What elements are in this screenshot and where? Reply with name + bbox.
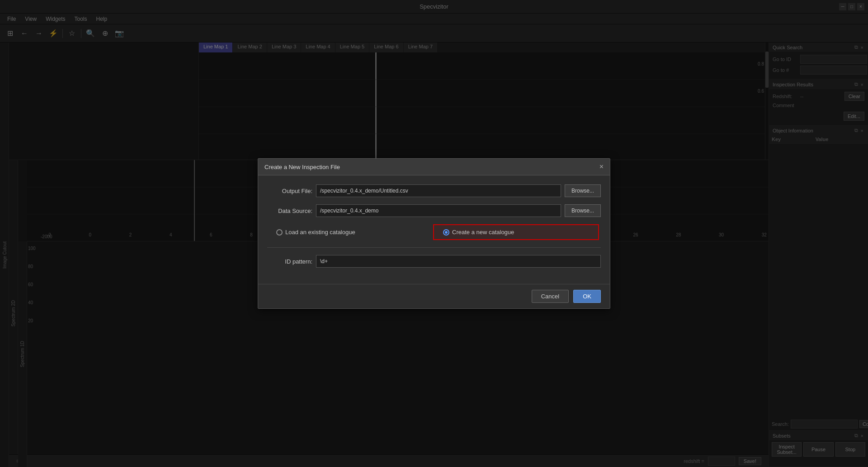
cancel-button[interactable]: Cancel: [532, 290, 569, 303]
modal-header: Create a New Inspection File ×: [258, 159, 610, 175]
radio-circle-existing: [276, 229, 283, 236]
output-file-input[interactable]: [316, 184, 561, 197]
data-source-input[interactable]: [316, 204, 561, 217]
modal-close-button[interactable]: ×: [599, 163, 604, 170]
id-pattern-label: ID pattern:: [267, 258, 312, 265]
modal-dialog: Create a New Inspection File × Output Fi…: [258, 158, 610, 309]
radio-create-new[interactable]: Create a new catalogue: [433, 224, 599, 240]
ok-button[interactable]: OK: [573, 290, 601, 303]
modal-footer: Cancel OK: [258, 284, 610, 308]
output-file-label: Output File:: [267, 188, 312, 194]
id-pattern-row: ID pattern:: [267, 255, 601, 268]
radio-label-new: Create a new catalogue: [452, 229, 514, 236]
radio-circle-new: [443, 229, 449, 236]
browse-datasource-button[interactable]: Browse...: [565, 204, 601, 217]
modal-body: Output File: Browse... Data Source: Brow…: [258, 175, 610, 284]
browse-output-button[interactable]: Browse...: [565, 184, 601, 197]
modal-title: Create a New Inspection File: [264, 164, 340, 170]
radio-label-existing: Load an existing catalogue: [285, 229, 355, 236]
data-source-row: Data Source: Browse...: [267, 204, 601, 217]
data-source-label: Data Source:: [267, 208, 312, 214]
radio-load-existing[interactable]: Load an existing catalogue: [267, 225, 431, 239]
modal-overlay: Create a New Inspection File × Output Fi…: [0, 0, 868, 467]
radio-options-row: Load an existing catalogue Create a new …: [267, 224, 601, 248]
output-file-row: Output File: Browse...: [267, 184, 601, 197]
id-pattern-input[interactable]: [316, 255, 601, 268]
